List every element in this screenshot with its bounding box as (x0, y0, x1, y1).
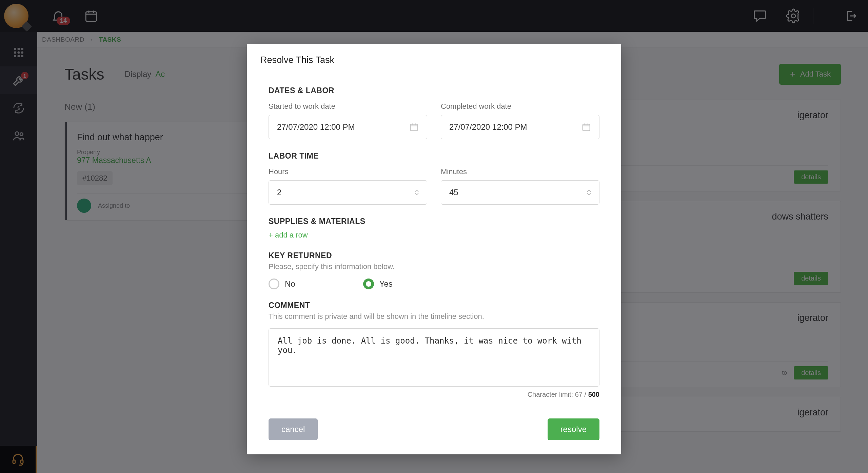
number-stepper[interactable] (415, 189, 419, 196)
hours-label: Hours (269, 167, 427, 176)
minutes-field[interactable] (449, 188, 587, 197)
completed-date-field[interactable] (449, 122, 581, 132)
modal-title: Resolve This Task (247, 44, 621, 75)
radio-dot (269, 279, 279, 289)
chevron-up-icon (587, 189, 591, 192)
char-count: 67 (575, 391, 583, 398)
radio-no-label: No (285, 279, 295, 289)
completed-date-label: Completed work date (441, 102, 599, 111)
started-date-label: Started to work date (269, 102, 427, 111)
cancel-button[interactable]: cancel (269, 418, 318, 440)
completed-date-input[interactable] (441, 115, 599, 139)
started-date-input[interactable] (269, 115, 427, 139)
char-sep: / (583, 391, 588, 398)
key-returned-subtitle: Please, specify this information below. (269, 262, 599, 271)
character-limit: Character limit: 67 / 500 (269, 391, 599, 398)
svg-rect-16 (411, 124, 418, 131)
add-row-button[interactable]: + add a row (269, 231, 599, 240)
minutes-label: Minutes (441, 167, 599, 176)
section-labor-time: LABOR TIME (269, 151, 599, 161)
minutes-input[interactable] (441, 180, 599, 205)
radio-no[interactable]: No (269, 279, 295, 289)
char-limit-prefix: Character limit: (528, 391, 575, 398)
calendar-icon[interactable] (409, 122, 419, 132)
chevron-up-icon (415, 189, 419, 192)
section-supplies: SUPPLIES & MATERIALS (269, 217, 599, 226)
comment-subtitle: This comment is private and will be show… (269, 312, 599, 321)
hours-field[interactable] (277, 188, 415, 197)
radio-yes-label: Yes (379, 279, 393, 289)
svg-rect-17 (583, 124, 590, 131)
section-comment: COMMENT (269, 301, 599, 310)
radio-yes[interactable]: Yes (363, 279, 393, 289)
calendar-icon[interactable] (581, 122, 591, 132)
started-date-field[interactable] (277, 122, 409, 132)
number-stepper[interactable] (587, 189, 591, 196)
hours-input[interactable] (269, 180, 427, 205)
resolve-button[interactable]: resolve (548, 418, 599, 440)
section-key-returned: KEY RETURNED (269, 251, 599, 260)
char-max: 500 (588, 391, 599, 398)
section-dates-labor: DATES & LABOR (269, 86, 599, 95)
resolve-task-modal: Resolve This Task DATES & LABOR Started … (247, 44, 621, 454)
chevron-down-icon (415, 193, 419, 196)
chevron-down-icon (587, 193, 591, 196)
radio-dot (363, 279, 374, 289)
comment-textarea[interactable] (269, 328, 599, 387)
